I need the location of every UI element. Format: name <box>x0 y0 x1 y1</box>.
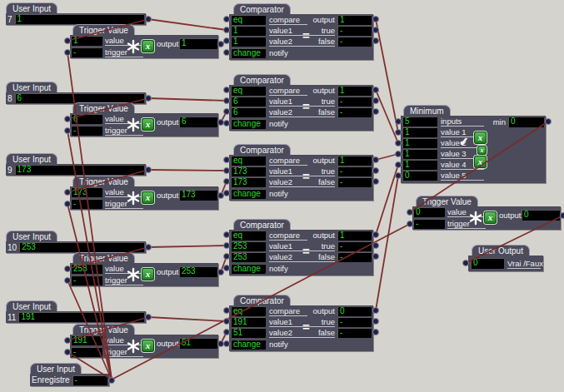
comparator-4-output[interactable]: 1 <box>337 231 372 241</box>
comparator-1-true[interactable]: - <box>337 26 372 36</box>
comparator-4-value1[interactable]: 253 <box>231 241 266 251</box>
trigger-value-3-trigger[interactable]: - <box>71 199 102 209</box>
user-input-3-title[interactable]: User Input <box>6 153 57 164</box>
comparator-5-value2[interactable]: 51 <box>231 328 266 338</box>
minimum-value3[interactable]: 1 <box>402 149 437 159</box>
comparator-4-value1-port[interactable] <box>223 242 230 249</box>
comparator-4-output-port[interactable] <box>372 231 379 238</box>
comparator-1-value2[interactable]: 1 <box>231 37 266 47</box>
trigger-value-4-trigger-port[interactable] <box>64 277 71 284</box>
comparator-5-title[interactable]: Comparator <box>233 295 291 305</box>
comparator-2-output-port[interactable] <box>372 87 379 93</box>
trigger-value-6-title[interactable]: Trigger Value <box>416 196 478 206</box>
user-input-5-title[interactable]: User Input <box>6 300 57 311</box>
comparator-1-compare-port[interactable] <box>223 16 230 22</box>
comparator-3-value1-port[interactable] <box>223 167 230 174</box>
comparator-1-title[interactable]: Comparator <box>233 3 291 14</box>
minimum-value1[interactable]: 1 <box>402 127 437 137</box>
trigger-value-6-output[interactable]: 0 <box>522 210 560 221</box>
comparator-1-false-port[interactable] <box>372 37 379 44</box>
comparator-1-output[interactable]: 1 <box>337 15 372 25</box>
comparator-5-true[interactable]: - <box>337 317 372 327</box>
user-input-5-out-port[interactable] <box>145 314 152 320</box>
user-input-5[interactable]: 11 191 <box>6 311 146 323</box>
trigger-value-4-output[interactable]: 253 <box>179 266 217 277</box>
user-input-5-value[interactable]: 191 <box>18 312 144 322</box>
comparator-5-value2-port[interactable] <box>223 329 230 335</box>
trigger-value-3-output[interactable]: 173 <box>179 190 217 201</box>
trigger-value-3[interactable]: 173 value - trigger x output 173 <box>70 186 218 210</box>
trigger-value-2[interactable]: 6 value - trigger x output 6 <box>70 113 218 136</box>
user-input-1-value[interactable]: 1 <box>15 14 144 24</box>
comparator-1-notify[interactable]: change <box>231 48 266 58</box>
comparator-4-true-port[interactable] <box>372 242 379 249</box>
trigger-value-3-value[interactable]: 173 <box>71 187 102 197</box>
comparator-5-notify-port[interactable] <box>223 340 230 347</box>
minimum-value1-port[interactable] <box>395 129 402 136</box>
comparator-3-value2[interactable]: 173 <box>231 177 266 187</box>
trigger-value-4-value[interactable]: 253 <box>71 264 102 274</box>
comparator-5-notify[interactable]: change <box>231 340 266 350</box>
trigger-value-3-title[interactable]: Trigger Value <box>72 176 135 186</box>
comparator-3-value1[interactable]: 173 <box>231 166 266 176</box>
comparator-3-output-port[interactable] <box>372 156 379 163</box>
comparator-1-false[interactable]: - <box>337 37 372 47</box>
minimum-value2[interactable]: 1 <box>402 138 437 148</box>
comparator-5-output-port[interactable] <box>372 307 379 314</box>
minimum-value2-port[interactable] <box>395 140 402 146</box>
user-input-1-title[interactable]: User Input <box>6 2 57 13</box>
comparator-2[interactable]: eq compare 6 value1 6 value2 change noti… <box>229 85 373 131</box>
trigger-value-6[interactable]: 0 value - trigger x output 0 <box>412 206 561 230</box>
user-input-1[interactable]: 7 1 <box>6 13 146 25</box>
comparator-3-true-port[interactable] <box>372 167 379 174</box>
comparator-1[interactable]: eq compare 1 value1 1 value2 change noti… <box>229 14 373 60</box>
user-output-title[interactable]: User Output <box>472 245 530 256</box>
comparator-3-notify-port[interactable] <box>223 190 230 196</box>
comparator-5-compare-port[interactable] <box>223 307 230 314</box>
comparator-2-compare-port[interactable] <box>223 87 230 93</box>
trigger-value-2-value[interactable]: 6 <box>71 114 102 124</box>
minimum-min[interactable]: 0 <box>508 117 544 127</box>
comparator-3-notify[interactable]: change <box>231 189 266 199</box>
comparator-4-compare[interactable]: eq <box>231 231 266 241</box>
comparator-5-false-port[interactable] <box>372 329 379 335</box>
comparator-3-compare[interactable]: eq <box>231 156 266 166</box>
comparator-2-false[interactable]: - <box>337 107 372 117</box>
minimum-inputs[interactable]: 5 <box>402 117 437 127</box>
trigger-value-4-trigger[interactable]: - <box>71 275 102 285</box>
green-x-icon[interactable]: x <box>474 156 487 168</box>
trigger-value-4-title[interactable]: Trigger Value <box>72 252 135 263</box>
comparator-1-true-port[interactable] <box>372 27 379 33</box>
comparator-1-value1-port[interactable] <box>223 27 230 33</box>
comparator-4[interactable]: eq compare 253 value1 253 value2 change … <box>229 230 373 275</box>
trigger-value-5[interactable]: 191 value - trigger x output 51 <box>70 335 218 358</box>
comparator-2-false-port[interactable] <box>372 108 379 115</box>
green-x-icon[interactable]: x <box>142 340 154 352</box>
comparator-3-title[interactable]: Comparator <box>233 144 291 155</box>
green-x-icon[interactable]: x <box>142 268 154 280</box>
minimum-value4-port[interactable] <box>395 161 402 168</box>
minimum-value3-port[interactable] <box>395 151 402 157</box>
comparator-4-true[interactable]: - <box>337 241 372 251</box>
minimum-inputs-port[interactable] <box>395 118 402 125</box>
trigger-value-5-trigger-port[interactable] <box>64 349 71 355</box>
comparator-5-value1-port[interactable] <box>223 318 230 325</box>
comparator-2-value2-port[interactable] <box>223 108 230 115</box>
minimum-value5-port[interactable] <box>395 172 402 179</box>
trigger-value-5-output[interactable]: 51 <box>179 338 217 349</box>
minimum-value4[interactable]: 1 <box>402 160 437 170</box>
trigger-value-3-trigger-port[interactable] <box>64 201 71 207</box>
trigger-value-2-value-port[interactable] <box>64 116 71 122</box>
comparator-4-value2[interactable]: 253 <box>231 252 266 262</box>
green-x-icon[interactable]: x <box>474 131 487 144</box>
trigger-value-2-trigger-port[interactable] <box>64 127 71 134</box>
comparator-3-false-port[interactable] <box>372 178 379 185</box>
user-input-6-value[interactable]: - <box>72 375 107 385</box>
trigger-value-3-value-port[interactable] <box>64 189 71 196</box>
user-input-6-title[interactable]: User Input <box>30 363 82 374</box>
user-input-6-out-port[interactable] <box>108 377 115 384</box>
trigger-value-6-trigger[interactable]: - <box>413 219 445 229</box>
comparator-2-notify-port[interactable] <box>223 120 230 127</box>
user-input-3-out-port[interactable] <box>145 166 152 173</box>
comparator-4-notify[interactable]: change <box>231 264 266 274</box>
